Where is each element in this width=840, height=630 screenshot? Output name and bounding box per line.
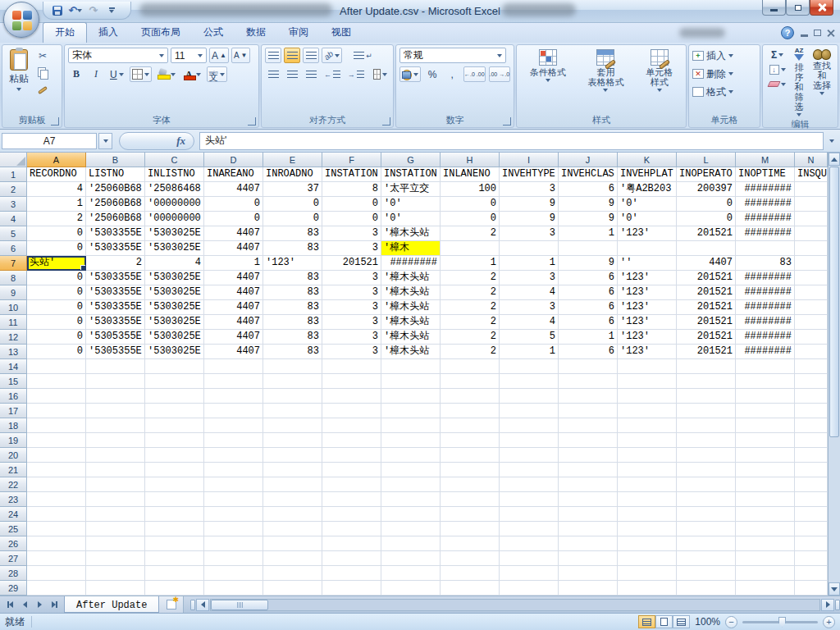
cell-A27[interactable] <box>27 551 86 566</box>
cell-L2[interactable]: 200397 <box>677 182 736 197</box>
cell-J4[interactable]: 9 <box>559 212 618 226</box>
cell-N29[interactable] <box>795 581 828 596</box>
shrink-font-button[interactable]: A▼ <box>231 48 250 63</box>
font-size-combo[interactable]: 11 <box>171 48 207 63</box>
cell-E9[interactable]: 83 <box>263 285 322 300</box>
workbook-restore-icon[interactable] <box>814 30 821 36</box>
cell-B5[interactable]: '5303355E <box>86 226 145 241</box>
cell-B22[interactable] <box>86 477 145 492</box>
insert-worksheet-button[interactable] <box>159 596 184 613</box>
format-cells-button[interactable]: 格式 <box>692 84 756 100</box>
cell-K5[interactable]: '123' <box>618 226 677 241</box>
cell-D25[interactable] <box>204 522 263 536</box>
row-header-11[interactable]: 11 <box>0 315 27 330</box>
cell-J20[interactable] <box>559 448 618 463</box>
comma-format-button[interactable]: , <box>444 66 460 82</box>
cell-D2[interactable]: 4407 <box>204 182 263 197</box>
cell-F11[interactable]: 3 <box>322 315 381 330</box>
row-header-5[interactable]: 5 <box>0 226 27 241</box>
cell-M12[interactable]: ######## <box>736 330 795 345</box>
increase-decimal-button[interactable]: ←.0 .00 <box>463 66 485 82</box>
cell-M20[interactable] <box>736 448 795 463</box>
cell-M3[interactable]: ######## <box>736 197 795 212</box>
zoom-level[interactable]: 100% <box>695 616 720 628</box>
cell-J6[interactable] <box>559 241 618 256</box>
clear-button[interactable] <box>766 77 788 91</box>
cell-K2[interactable]: '粤A2B203 <box>618 182 677 197</box>
cut-button[interactable]: ✂ <box>34 48 51 63</box>
col-header-K[interactable]: K <box>618 153 677 167</box>
normal-view-button[interactable] <box>638 615 655 628</box>
cell-C10[interactable]: '5303025E <box>145 300 204 315</box>
cell-D11[interactable]: 4407 <box>204 315 263 330</box>
cell-M10[interactable]: ######## <box>736 300 795 315</box>
row-header-22[interactable]: 22 <box>0 477 27 492</box>
cell-N24[interactable] <box>795 507 828 522</box>
cell-L1[interactable]: INOPERATO <box>677 167 736 182</box>
cell-A18[interactable] <box>27 418 86 433</box>
row-header-25[interactable]: 25 <box>0 522 27 536</box>
cell-L5[interactable]: 201521 <box>677 226 736 241</box>
number-dialog-launcher[interactable] <box>503 117 511 126</box>
cell-C17[interactable] <box>145 404 204 418</box>
cell-L14[interactable] <box>677 359 736 374</box>
cell-A19[interactable] <box>27 433 86 448</box>
cell-F17[interactable] <box>322 404 381 418</box>
cell-B27[interactable] <box>86 551 145 566</box>
cell-N19[interactable] <box>795 433 828 448</box>
cell-N4[interactable] <box>795 212 828 226</box>
cell-M22[interactable] <box>736 477 795 492</box>
previous-sheet-button[interactable] <box>18 599 31 611</box>
office-button[interactable] <box>3 2 39 38</box>
align-center-button[interactable] <box>284 66 300 82</box>
cell-I18[interactable] <box>500 418 559 433</box>
cell-I10[interactable]: 3 <box>500 300 559 315</box>
merge-center-button[interactable] <box>371 66 390 82</box>
decrease-indent-button[interactable]: ← <box>322 66 343 82</box>
cell-C9[interactable]: '5303025E <box>145 285 204 300</box>
cell-I11[interactable]: 4 <box>500 315 559 330</box>
cell-G22[interactable] <box>381 477 441 492</box>
cell-B21[interactable] <box>86 463 145 477</box>
cell-B6[interactable]: '5303355E <box>86 241 145 256</box>
cell-J15[interactable] <box>559 374 618 389</box>
row-header-14[interactable]: 14 <box>0 359 27 374</box>
cell-B26[interactable] <box>86 536 145 551</box>
cell-K13[interactable]: '123' <box>618 345 677 359</box>
cell-F25[interactable] <box>322 522 381 536</box>
tab-formulas[interactable]: 公式 <box>192 23 235 43</box>
cell-L9[interactable]: 201521 <box>677 285 736 300</box>
cell-C8[interactable]: '5303025E <box>145 271 204 285</box>
tab-data[interactable]: 数据 <box>235 23 277 43</box>
cell-I26[interactable] <box>500 536 559 551</box>
cell-E11[interactable]: 83 <box>263 315 322 330</box>
cell-M15[interactable] <box>736 374 795 389</box>
cell-K17[interactable] <box>618 404 677 418</box>
row-header-6[interactable]: 6 <box>0 241 27 256</box>
cell-A28[interactable] <box>27 566 86 581</box>
fill-button[interactable]: ↓ <box>766 62 788 76</box>
cell-K19[interactable] <box>618 433 677 448</box>
name-box-dropdown[interactable] <box>98 133 112 149</box>
cell-E24[interactable] <box>263 507 322 522</box>
scroll-up-button[interactable] <box>829 153 840 166</box>
cell-C7[interactable]: 4 <box>145 256 204 271</box>
cell-A14[interactable] <box>27 359 86 374</box>
cell-L24[interactable] <box>677 507 736 522</box>
cell-I24[interactable] <box>500 507 559 522</box>
cell-A13[interactable]: 0 <box>27 345 86 359</box>
cell-D14[interactable] <box>204 359 263 374</box>
copy-button[interactable] <box>34 65 51 80</box>
cell-K11[interactable]: '123' <box>618 315 677 330</box>
tab-review[interactable]: 审阅 <box>277 23 320 43</box>
cell-F29[interactable] <box>322 581 381 596</box>
cell-L3[interactable]: 0 <box>677 197 736 212</box>
cell-C1[interactable]: INLISTNO <box>145 167 204 182</box>
align-right-button[interactable] <box>303 66 319 82</box>
cell-K3[interactable]: '0' <box>618 197 677 212</box>
cell-E16[interactable] <box>263 389 322 404</box>
horizontal-scroll-track[interactable] <box>210 599 820 611</box>
cell-E2[interactable]: 37 <box>263 182 322 197</box>
tab-split-handle[interactable] <box>190 600 195 610</box>
cell-N23[interactable] <box>795 492 828 507</box>
